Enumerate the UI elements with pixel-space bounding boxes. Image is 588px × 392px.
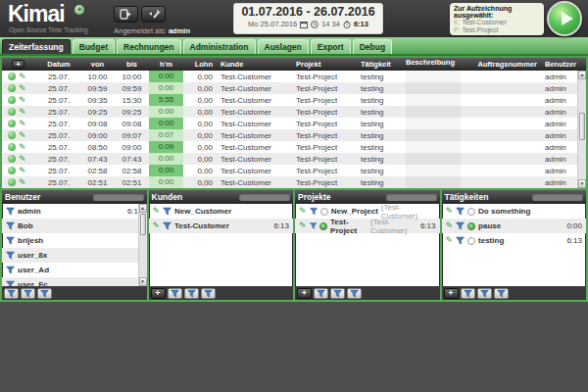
kunden-filter-button-3[interactable] xyxy=(201,288,216,299)
select-radio-icon[interactable] xyxy=(467,208,475,216)
panel-search-slot[interactable] xyxy=(93,193,144,201)
tab-auslagen[interactable]: Auslagen xyxy=(258,39,309,54)
benutzer-filter-button-1[interactable] xyxy=(4,288,19,299)
tab-rechnungen[interactable]: Rechnungen xyxy=(117,39,180,54)
benutzer-item[interactable]: Bob xyxy=(2,219,147,233)
col-header-beschreibung[interactable]: Beschreibung xyxy=(406,58,461,71)
timesheet-header-row: + Datum von bis h'm Lohn Kunde Projekt T… xyxy=(2,58,586,71)
tab-debug[interactable]: Debug xyxy=(353,39,392,54)
taetigkeiten-filter-button-2[interactable] xyxy=(477,288,492,299)
date-range-box[interactable]: 01.07.2016 - 26.07.2016 Mo 25.07.2016 14… xyxy=(233,3,383,34)
select-radio-icon[interactable] xyxy=(319,222,327,230)
benutzer-filter-button-2[interactable] xyxy=(21,288,35,299)
timesheet-row[interactable]: ✎25.07.02:5802:580:000,00Test-CustomerTe… xyxy=(2,165,586,176)
record-icon[interactable] xyxy=(8,73,16,80)
taetigkeiten-item[interactable]: ✎testing6:13 xyxy=(442,233,587,248)
record-icon[interactable] xyxy=(8,131,16,139)
filter-icon xyxy=(24,289,32,298)
add-entry-button[interactable]: + xyxy=(12,60,24,69)
col-header-benutzer[interactable]: Benutzer xyxy=(545,60,577,69)
tab-administration[interactable]: Administration xyxy=(183,39,256,54)
main-tabbar: ZeiterfassungBudgetRechnungenAdministrat… xyxy=(0,37,588,56)
projekte-filter-button-3[interactable] xyxy=(347,288,362,299)
kunden-filter-button-2[interactable] xyxy=(184,288,199,299)
timesheet-scrollbar[interactable]: ▲ ▼ xyxy=(577,71,586,188)
timesheet-table: + Datum von bis h'm Lohn Kunde Projekt T… xyxy=(2,58,586,188)
benutzer-item[interactable]: admin6:13 xyxy=(2,204,147,219)
record-icon[interactable] xyxy=(8,178,16,186)
edit-icon: ✎ xyxy=(19,143,26,152)
calendar-icon[interactable] xyxy=(300,21,308,28)
select-radio-icon[interactable] xyxy=(320,208,328,216)
col-header-bis[interactable]: bis xyxy=(115,60,149,69)
col-header-datum[interactable]: Datum xyxy=(37,60,80,69)
start-recording-button[interactable] xyxy=(547,1,582,36)
timesheet-row[interactable]: ✎25.07.09:2509:250:000,00Test-CustomerTe… xyxy=(2,106,586,118)
panel-taetigkeiten-footer: + xyxy=(442,286,587,300)
timesheet-row[interactable]: ✎25.07.09:0809:080:000,00Test-CustomerTe… xyxy=(2,118,586,129)
timesheet-row[interactable]: ✎25.07.09:3515:305:550,00Test-CustomerTe… xyxy=(2,94,586,106)
timesheet-row[interactable]: ✎25.07.09:0009:070:070,00Test-CustomerTe… xyxy=(2,129,586,141)
projekte-item[interactable]: ✎Test-Project (Test-Customer)6:13 xyxy=(295,219,440,233)
scroll-up-icon[interactable]: ▲ xyxy=(139,204,147,213)
projekte-filter-button-1[interactable] xyxy=(314,288,328,299)
benutzer-filter-button-3[interactable] xyxy=(37,288,52,299)
scroll-down-icon[interactable]: ▼ xyxy=(139,277,147,286)
benutzer-item[interactable]: brijesh xyxy=(2,233,147,248)
filter-icon xyxy=(163,221,172,230)
kunden-item[interactable]: ✎Test-Customer6:13 xyxy=(149,219,294,233)
panel-search-slot[interactable] xyxy=(532,193,583,201)
taetigkeiten-filter-button-1[interactable] xyxy=(461,288,475,299)
play-icon xyxy=(562,12,573,25)
scrollbar-thumb[interactable] xyxy=(140,214,146,235)
col-header-taetigkeit[interactable]: Tätigkeit xyxy=(361,60,406,69)
scroll-up-icon[interactable]: ▲ xyxy=(578,71,586,79)
record-icon[interactable] xyxy=(8,108,16,116)
benutzer-item[interactable]: user_8x xyxy=(2,248,147,263)
edit-icon: ✎ xyxy=(446,236,454,245)
projekte-add-button[interactable]: + xyxy=(297,288,312,299)
kunden-item[interactable]: ✎New_Customer xyxy=(149,204,294,219)
col-header-hm[interactable]: h'm xyxy=(149,58,183,71)
timesheet-row[interactable]: ✎25.07.08:5009:000:090,00Test-CustomerTe… xyxy=(2,141,586,153)
timesheet-row[interactable]: ✎25.07.10:0010:000:000,00Test-CustomerTe… xyxy=(2,71,586,82)
col-header-lohn[interactable]: Lohn xyxy=(183,60,218,69)
timesheet-row[interactable]: ✎25.07.02:5102:510:000,00Test-CustomerTe… xyxy=(2,176,586,188)
record-icon[interactable] xyxy=(8,120,16,127)
timesheet-row[interactable]: ✎25.07.09:5909:590:000,00Test-CustomerTe… xyxy=(2,82,586,94)
col-header-projekt[interactable]: Projekt xyxy=(296,60,361,69)
scrollbar-thumb[interactable] xyxy=(579,113,585,140)
benutzer-scrollbar[interactable]: ▲▼ xyxy=(138,204,147,286)
col-header-von[interactable]: von xyxy=(80,60,115,69)
description-cell xyxy=(406,165,461,176)
col-header-kunde[interactable]: Kunde xyxy=(218,60,296,69)
benutzer-item[interactable]: user_Ad xyxy=(2,263,147,277)
record-icon[interactable] xyxy=(8,167,16,174)
taetigkeiten-item[interactable]: ✎Do something xyxy=(442,204,587,219)
panel-taetigkeiten: Tätigkeiten✎Do something✎pause0:00✎testi… xyxy=(442,190,587,300)
select-radio-icon[interactable] xyxy=(467,237,475,245)
record-icon[interactable] xyxy=(8,96,16,104)
panel-search-slot[interactable] xyxy=(386,193,437,201)
tab-budget[interactable]: Budget xyxy=(73,39,115,54)
record-icon[interactable] xyxy=(8,143,16,151)
recording-item: T: pause xyxy=(454,34,540,35)
logout-button[interactable] xyxy=(114,6,138,23)
taetigkeiten-add-button[interactable]: + xyxy=(444,288,459,299)
taetigkeiten-item[interactable]: ✎pause0:00 xyxy=(442,219,587,233)
settings-button[interactable] xyxy=(141,6,166,23)
select-radio-icon[interactable] xyxy=(467,222,475,230)
col-header-auftragsnummer[interactable]: Auftragsnummer xyxy=(461,60,545,69)
tab-export[interactable]: Export xyxy=(311,39,351,54)
panel-search-slot[interactable] xyxy=(239,193,290,201)
taetigkeiten-filter-button-3[interactable] xyxy=(494,288,509,299)
scroll-down-icon[interactable]: ▼ xyxy=(578,179,586,188)
kunden-filter-button-1[interactable] xyxy=(168,288,182,299)
record-icon[interactable] xyxy=(8,155,16,163)
benutzer-item[interactable]: user_Fc xyxy=(2,277,147,286)
kunden-add-button[interactable]: + xyxy=(151,288,166,299)
record-icon[interactable] xyxy=(8,84,16,92)
tab-zeiterfassung[interactable]: Zeiterfassung xyxy=(2,39,71,54)
timesheet-row[interactable]: ✎25.07.07:4307:430:000,00Test-CustomerTe… xyxy=(2,153,586,165)
projekte-filter-button-2[interactable] xyxy=(330,288,345,299)
